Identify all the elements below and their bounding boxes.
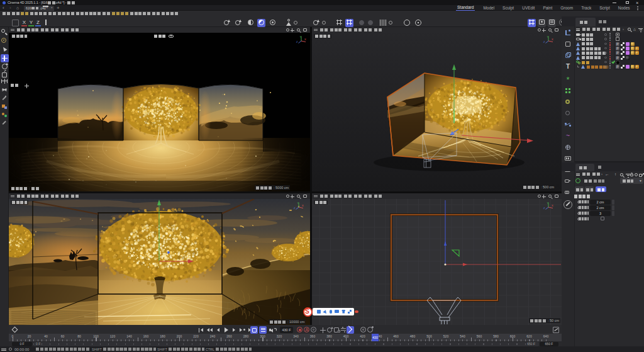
svg-text:X: X <box>552 38 553 41</box>
svg-text:Z: Z <box>543 40 545 43</box>
svg-text:Z: Z <box>296 40 298 43</box>
svg-text:Z: Z <box>294 207 296 210</box>
svg-text:Y: Y <box>547 202 549 205</box>
svg-text:Z: Z <box>543 207 545 210</box>
svg-text:X: X <box>552 204 553 207</box>
svg-text:Y: Y <box>297 202 299 205</box>
svg-text:X: X <box>302 204 304 207</box>
svg-text:X: X <box>304 38 306 41</box>
svg-text:Y: Y <box>547 35 549 38</box>
svg-text:Y: Y <box>300 35 302 38</box>
